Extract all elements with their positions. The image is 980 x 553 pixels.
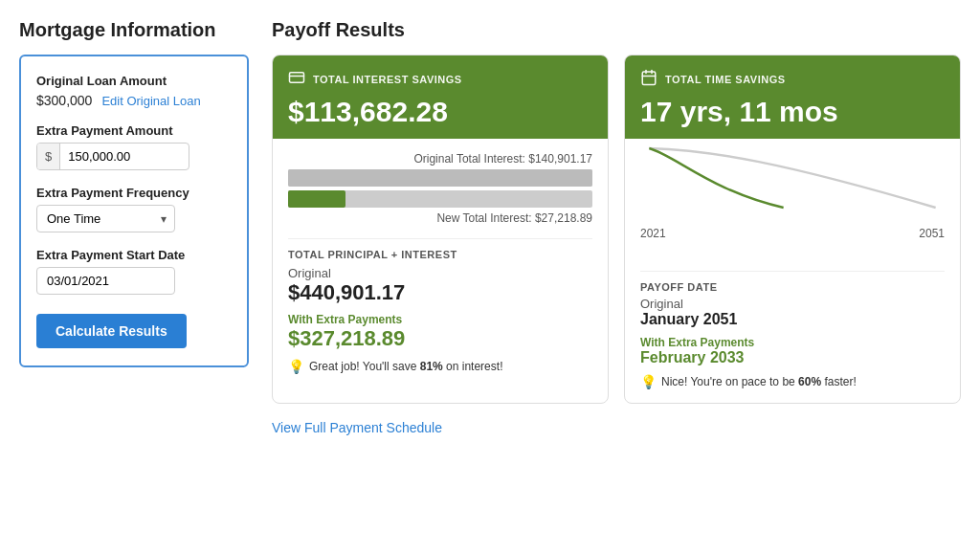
payoff-section-title: PAYOFF DATE xyxy=(640,281,945,293)
new-bar-fill xyxy=(288,190,345,208)
time-header-top: TOTAL TIME SAVINGS xyxy=(640,69,945,90)
divider-2 xyxy=(640,271,945,272)
principal-extra-label: With Extra Payments xyxy=(288,313,592,326)
view-schedule-link[interactable]: View Full Payment Schedule xyxy=(272,420,442,435)
payoff-original-val: January 2051 xyxy=(640,311,945,328)
interest-tip-icon: 💡 xyxy=(288,359,304,374)
interest-header-top: TOTAL INTEREST SAVINGS xyxy=(288,69,592,90)
mortgage-title: Mortgage Information xyxy=(19,19,249,41)
time-tip-text-span: Nice! You're on pace to be xyxy=(661,375,795,388)
time-chart-svg xyxy=(640,139,945,215)
time-tip-text: Nice! You're on pace to be 60% faster! xyxy=(661,375,857,388)
principal-extra-value: $327,218.89 xyxy=(288,326,592,351)
interest-tip-text: Great job! You'll save 81% on interest! xyxy=(309,360,502,373)
extra-payment-input-wrap: $ xyxy=(36,143,189,170)
interest-header-label: TOTAL INTEREST SAVINGS xyxy=(313,74,462,85)
chart-area xyxy=(625,139,960,227)
divider-1 xyxy=(288,238,592,239)
chart-year-start: 2021 xyxy=(640,227,666,240)
tip-bold: 81% xyxy=(420,360,443,373)
bar-chart-section: Original Total Interest: $140,901.17 New… xyxy=(288,152,592,225)
interest-header: TOTAL INTEREST SAVINGS $113,682.28 xyxy=(273,55,608,139)
left-panel: Mortgage Information Original Loan Amoun… xyxy=(19,19,249,436)
loan-amount-value: $300,000 xyxy=(36,93,92,108)
start-date-label: Extra Payment Start Date xyxy=(36,248,232,262)
frequency-label: Extra Payment Frequency xyxy=(36,186,232,200)
chart-year-end: 2051 xyxy=(919,227,945,240)
loan-amount-label: Original Loan Amount xyxy=(36,74,232,88)
time-card-body: PAYOFF DATE Original January 2051 With E… xyxy=(625,248,960,403)
principal-section-title: TOTAL PRINCIPAL + INTEREST xyxy=(288,249,592,260)
edit-loan-link[interactable]: Edit Original Loan xyxy=(101,94,200,108)
original-bar-track xyxy=(288,169,592,187)
tip-text: Great job! You'll save xyxy=(309,360,416,373)
new-bar-track xyxy=(288,190,592,208)
results-row: TOTAL INTEREST SAVINGS $113,682.28 Origi… xyxy=(272,55,961,404)
extra-payment-label: Extra Payment Amount xyxy=(36,123,232,138)
extra-payment-input[interactable] xyxy=(60,144,175,169)
time-header-label: TOTAL TIME SAVINGS xyxy=(665,74,786,85)
payoff-extra-val: February 2033 xyxy=(640,349,945,366)
time-tip-suffix: faster! xyxy=(824,375,856,388)
frequency-select-wrap: One Time Monthly Yearly xyxy=(36,205,175,232)
interest-big-value: $113,682.28 xyxy=(288,96,592,127)
calculate-button[interactable]: Calculate Results xyxy=(36,314,187,348)
interest-icon xyxy=(288,69,305,90)
payoff-original-label: Original xyxy=(640,297,945,311)
time-tip-row: 💡 Nice! You're on pace to be 60% faster! xyxy=(640,374,945,389)
new-bar-row xyxy=(288,190,592,208)
principal-original-label: Original xyxy=(288,266,592,280)
interest-card: TOTAL INTEREST SAVINGS $113,682.28 Origi… xyxy=(272,55,609,404)
extra-payment-group: Extra Payment Amount $ xyxy=(36,123,232,170)
start-date-input[interactable] xyxy=(36,267,175,295)
time-big-value: 17 yrs, 11 mos xyxy=(640,96,945,127)
time-tip-icon: 💡 xyxy=(640,374,657,389)
frequency-group: Extra Payment Frequency One Time Monthly… xyxy=(36,186,232,232)
right-panel: Payoff Results TOTAL INTEREST SAVINGS $1… xyxy=(272,19,961,436)
original-bar-row xyxy=(288,169,592,187)
frequency-select[interactable]: One Time Monthly Yearly xyxy=(36,205,175,232)
loan-amount-group: Original Loan Amount $300,000 Edit Origi… xyxy=(36,74,232,108)
svg-rect-0 xyxy=(290,73,304,83)
svg-rect-2 xyxy=(642,72,656,85)
payoff-extra-label: With Extra Payments xyxy=(640,336,945,349)
time-icon xyxy=(640,69,657,90)
chart-labels: 2021 2051 xyxy=(625,227,960,248)
tip-suffix: on interest! xyxy=(446,360,502,373)
interest-tip-row: 💡 Great job! You'll save 81% on interest… xyxy=(288,359,592,374)
start-date-group: Extra Payment Start Date xyxy=(36,248,232,295)
payoff-title: Payoff Results xyxy=(272,19,961,41)
interest-card-body: Original Total Interest: $140,901.17 New… xyxy=(273,139,608,387)
principal-original-value: $440,901.17 xyxy=(288,280,592,305)
original-interest-label: Original Total Interest: $140,901.17 xyxy=(288,152,592,166)
time-header: TOTAL TIME SAVINGS 17 yrs, 11 mos xyxy=(625,55,960,139)
loan-amount-row: $300,000 Edit Original Loan xyxy=(36,93,232,108)
new-interest-label: New Total Interest: $27,218.89 xyxy=(288,211,592,225)
time-tip-bold: 60% xyxy=(798,375,821,388)
currency-prefix: $ xyxy=(37,144,60,169)
mortgage-form: Original Loan Amount $300,000 Edit Origi… xyxy=(19,55,249,367)
original-bar-fill xyxy=(288,169,592,187)
time-card: TOTAL TIME SAVINGS 17 yrs, 11 mos 2021 xyxy=(624,55,961,404)
